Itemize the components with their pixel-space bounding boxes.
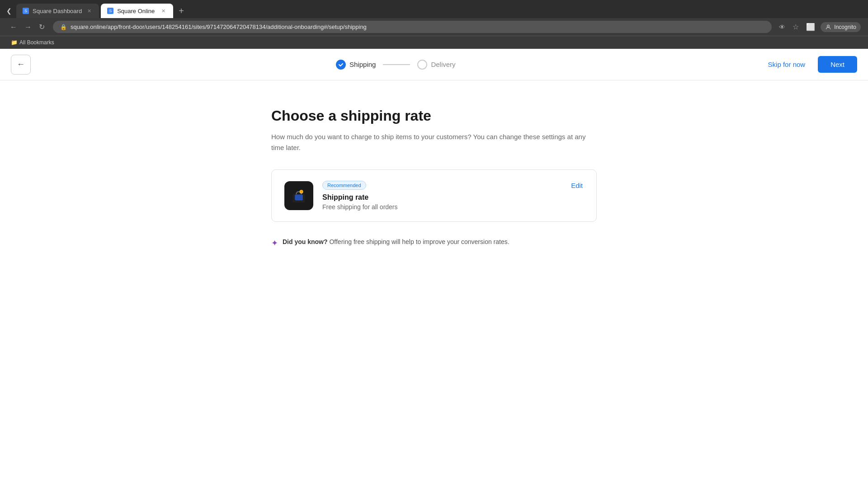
nav-buttons: ← → ↻ — [7, 21, 47, 33]
eye-off-icon[interactable]: 👁 — [777, 22, 787, 33]
top-nav-actions: Skip for now Next — [761, 56, 857, 73]
next-button[interactable]: Next — [818, 56, 857, 73]
bookmarks-folder[interactable]: 📁 All Bookmarks — [7, 38, 58, 47]
page-title: Choose a shipping rate — [271, 108, 597, 124]
tab-nav-prev-button[interactable]: ❮ — [4, 5, 14, 16]
svg-rect-2 — [295, 195, 303, 201]
bookmark-star-icon[interactable]: ☆ — [791, 21, 801, 33]
shipping-info: Recommended Shipping rate Free shipping … — [322, 181, 584, 211]
bookmarks-bar: 📁 All Bookmarks — [0, 36, 868, 49]
edit-button[interactable]: Edit — [566, 179, 587, 192]
reload-button[interactable]: ↻ — [36, 21, 47, 33]
step-2-circle — [417, 60, 427, 70]
shipping-rate-description: Free shipping for all orders — [322, 203, 584, 211]
shipping-bag-icon — [284, 181, 313, 210]
address-bar: ← → ↻ 🔒 square.online/app/front-door/use… — [0, 18, 868, 36]
tab-favicon-1: S — [23, 8, 29, 14]
main-content: Choose a shipping rate How much do you w… — [262, 80, 606, 266]
step-1-circle — [336, 60, 346, 70]
skip-button[interactable]: Skip for now — [761, 56, 813, 73]
tab-close-1[interactable]: ✕ — [85, 7, 93, 14]
tab-close-2[interactable]: ✕ — [160, 7, 167, 14]
url-bar[interactable]: 🔒 square.online/app/front-door/users/148… — [53, 21, 772, 33]
tab-square-dashboard[interactable]: S Square Dashboard ✕ — [16, 4, 99, 18]
svg-point-0 — [827, 25, 830, 27]
bookmarks-label: All Bookmarks — [19, 39, 54, 46]
tab-label-2: Square Online — [117, 8, 156, 14]
page-description: How much do you want to charge to ship i… — [271, 131, 597, 153]
forward-nav-button[interactable]: → — [22, 21, 34, 33]
step-shipping: Shipping — [336, 60, 376, 70]
tab-favicon-2: S — [107, 8, 113, 14]
page-content: ← Shipping Delivery Skip for now — [0, 49, 868, 488]
back-button[interactable]: ← — [11, 55, 31, 75]
stepper: Shipping Delivery — [336, 60, 456, 70]
bookmarks-folder-icon: 📁 — [11, 39, 18, 46]
tab-label-1: Square Dashboard — [33, 8, 82, 14]
svg-point-4 — [300, 191, 302, 193]
step-1-label: Shipping — [349, 61, 376, 68]
url-text: square.online/app/front-door/users/14825… — [71, 23, 367, 30]
shipping-rate-title: Shipping rate — [322, 193, 584, 202]
top-nav: ← Shipping Delivery Skip for now — [0, 49, 868, 80]
back-arrow-icon: ← — [17, 60, 25, 69]
browser-chrome: ❮ S Square Dashboard ✕ S Square Online ✕… — [0, 0, 868, 49]
did-you-know-section: ✦ Did you know? Offering free shipping w… — [271, 238, 597, 248]
did-you-know-text: Did you know? Offering free shipping wil… — [283, 238, 509, 245]
recommended-badge: Recommended — [322, 181, 366, 190]
tab-bar: ❮ S Square Dashboard ✕ S Square Online ✕… — [0, 0, 868, 18]
shipping-rate-card: Recommended Shipping rate Free shipping … — [271, 169, 597, 222]
new-tab-button[interactable]: + — [175, 5, 188, 16]
incognito-label: Incognito — [834, 24, 856, 30]
sparkle-icon: ✦ — [271, 238, 278, 248]
step-connector — [383, 64, 410, 65]
step-delivery: Delivery — [417, 60, 455, 70]
incognito-badge[interactable]: Incognito — [821, 22, 861, 32]
browser-actions: 👁 ☆ ⬜ Incognito — [777, 21, 861, 33]
split-screen-icon[interactable]: ⬜ — [804, 21, 817, 33]
back-nav-button[interactable]: ← — [7, 21, 20, 33]
step-2-label: Delivery — [431, 61, 455, 68]
tab-square-online[interactable]: S Square Online ✕ — [101, 4, 173, 18]
